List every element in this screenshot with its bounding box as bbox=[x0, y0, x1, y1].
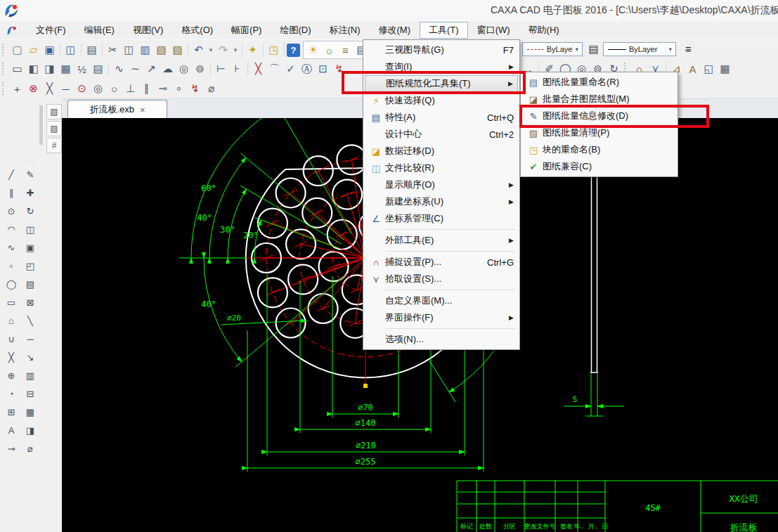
bom-icon[interactable]: ▤ bbox=[90, 61, 106, 77]
hatch-fill-icon[interactable]: ▧ bbox=[46, 121, 62, 136]
point-tool-icon[interactable]: + bbox=[9, 81, 25, 97]
menu-item-图纸批量重命名(R)[interactable]: ▤图纸批量重命名(R) bbox=[522, 74, 676, 91]
menubar-item-0[interactable]: 文件(F) bbox=[27, 22, 75, 39]
undo-dropdown-icon[interactable]: ▾ bbox=[207, 42, 215, 58]
copy-icon[interactable]: ◫ bbox=[121, 42, 137, 58]
leader-tool-icon[interactable]: ⊸ bbox=[4, 441, 19, 456]
rotate-tool-icon[interactable]: ↻ bbox=[23, 204, 38, 219]
trim-tool-icon[interactable]: ⊠ bbox=[23, 295, 38, 310]
menubar-item-2[interactable]: 视图(V) bbox=[124, 22, 172, 39]
chamfer-tool-icon[interactable]: ╲ bbox=[23, 313, 38, 328]
lightning-icon[interactable]: ↯ bbox=[187, 81, 203, 97]
menu-item-数据迁移(D)[interactable]: ◪数据迁移(D) bbox=[365, 143, 518, 160]
parallel-tool-icon[interactable]: ∥ bbox=[4, 186, 19, 200]
hatch-tool-icon[interactable]: ⊞ bbox=[4, 405, 19, 420]
menu-item-特性(A)[interactable]: ▤特性(A)Ctrl+Q bbox=[365, 109, 518, 126]
leader-icon[interactable]: ↗ bbox=[143, 61, 160, 77]
arc-tool-icon[interactable]: ◠ bbox=[4, 222, 19, 237]
coord-dim-icon[interactable]: ⊦ bbox=[229, 61, 245, 77]
menu-item-块的重命名(B)[interactable]: ◳块的重命名(B) bbox=[522, 141, 676, 158]
toolbar-grip[interactable] bbox=[39, 105, 43, 145]
menu-item-文件比较(R)[interactable]: ◫文件比较(R) bbox=[365, 160, 518, 176]
scale-tool-icon[interactable]: ▤ bbox=[23, 277, 38, 292]
linear-dim-icon[interactable]: ⊢ bbox=[213, 61, 229, 77]
menu-item-拾取设置(S)...[interactable]: ⋎拾取设置(S)... bbox=[365, 271, 518, 287]
hole-tool-icon[interactable]: ⊕ bbox=[4, 368, 19, 383]
stretch-tool-icon[interactable]: ↘ bbox=[23, 350, 38, 365]
undo-icon[interactable]: ↶ bbox=[190, 42, 207, 58]
edit-leader-icon[interactable]: ◱ bbox=[701, 61, 717, 77]
line-tool-icon[interactable]: ╱ bbox=[4, 167, 19, 182]
edit-text-icon[interactable]: A bbox=[685, 61, 701, 77]
help-icon[interactable]: ? bbox=[287, 44, 300, 57]
circle-icon[interactable]: ○ bbox=[106, 81, 122, 97]
menubar-item-3[interactable]: 格式(O) bbox=[172, 22, 222, 39]
open-file-icon[interactable]: ▱ bbox=[25, 42, 41, 58]
parts-list-icon[interactable]: ◨ bbox=[41, 61, 58, 77]
tab-document[interactable]: 折流板.exb × bbox=[67, 100, 167, 119]
gear-tool-icon[interactable]: ⊗ bbox=[25, 81, 41, 97]
menu-item-捕捉设置(P)...[interactable]: ∩捕捉设置(P)...Ctrl+G bbox=[365, 254, 518, 271]
point-tool-icon[interactable]: ▫ bbox=[4, 259, 19, 273]
menu-item-快速选择(Q)[interactable]: ⚡快速选择(Q) bbox=[365, 92, 518, 109]
menubar-item-9[interactable]: 窗口(W) bbox=[468, 22, 519, 39]
cleanup-icon[interactable]: ✦ bbox=[245, 42, 261, 58]
print-icon[interactable]: ▤ bbox=[84, 42, 100, 58]
move-tool-icon[interactable]: ✚ bbox=[23, 186, 38, 200]
menubar-item-5[interactable]: 绘图(D) bbox=[271, 22, 320, 39]
delete-tool-icon[interactable]: ╳ bbox=[41, 81, 58, 97]
detail-view-icon[interactable]: ⊚ bbox=[192, 61, 208, 77]
toolbar-grip[interactable] bbox=[2, 44, 6, 56]
paste-icon[interactable]: ▧ bbox=[153, 42, 169, 58]
drawing-frame-icon[interactable]: ▭ bbox=[9, 61, 25, 77]
render-icon[interactable]: ☼ bbox=[321, 42, 337, 58]
new-file-icon[interactable]: ▢ bbox=[9, 42, 25, 58]
insert-object-icon[interactable]: ◳ bbox=[266, 42, 282, 58]
toolbar-grip[interactable] bbox=[2, 82, 6, 95]
pie-tool-icon[interactable]: ◔ bbox=[4, 387, 19, 401]
menu-item-显示顺序(O)[interactable]: 显示顺序(O)▶ bbox=[365, 176, 518, 193]
title-block-edit-icon[interactable]: ▨ bbox=[46, 104, 62, 119]
arc3p-tool-icon[interactable]: ∪ bbox=[4, 332, 19, 346]
menu-item-新建坐标系(U)[interactable]: 新建坐标系(U)▶ bbox=[365, 193, 518, 210]
center-circle-icon[interactable]: ⊙ bbox=[74, 81, 90, 97]
menubar-item-8[interactable]: 工具(T) bbox=[420, 22, 468, 39]
linetype-combo[interactable]: ByLayer ▾ bbox=[603, 42, 676, 56]
table-icon[interactable]: ▦ bbox=[58, 61, 74, 77]
linetype-manager-icon[interactable]: ▤ bbox=[585, 41, 602, 57]
grid-icon[interactable]: # bbox=[46, 138, 62, 153]
layers-icon[interactable]: ≡ bbox=[337, 42, 354, 58]
cloud-icon[interactable]: ☁ bbox=[160, 61, 176, 77]
redo-dropdown-icon[interactable]: ▾ bbox=[231, 42, 240, 58]
rectangle-tool-icon[interactable]: ▭ bbox=[4, 295, 19, 310]
save-icon[interactable]: ▣ bbox=[41, 42, 58, 58]
copy-basepoint-icon[interactable]: ▥ bbox=[137, 42, 153, 58]
parallel-icon[interactable]: ∥ bbox=[138, 81, 155, 97]
menu-item-三视图导航(G)[interactable]: 三视图导航(G)F7 bbox=[365, 41, 518, 58]
table-tool-icon[interactable]: ▦ bbox=[23, 405, 38, 420]
spline-tool-icon[interactable]: ∿ bbox=[4, 240, 19, 255]
extend-tool-icon[interactable]: ─ bbox=[23, 332, 38, 346]
text-tool-icon[interactable]: A bbox=[4, 423, 19, 438]
circle-tool-icon[interactable]: ⊙ bbox=[4, 204, 19, 219]
dim-tool-icon[interactable]: ◨ bbox=[23, 423, 38, 438]
redo-icon[interactable]: ↷ bbox=[215, 42, 231, 58]
menu-item-选项(N)...[interactable]: 选项(N)... bbox=[365, 331, 518, 348]
menubar-item-7[interactable]: 修改(M) bbox=[370, 22, 420, 39]
tab-close-icon[interactable]: × bbox=[140, 105, 145, 115]
perpendicular-icon[interactable]: ⊥ bbox=[122, 81, 138, 97]
menubar-item-4[interactable]: 幅面(P) bbox=[222, 22, 271, 39]
concentric-icon[interactable]: ◎ bbox=[90, 81, 106, 97]
revision-cloud-icon[interactable]: ∿ bbox=[111, 61, 127, 77]
diameter-dim-icon[interactable]: ⌀ bbox=[23, 441, 38, 456]
tangent-icon[interactable]: ⊸ bbox=[155, 81, 171, 97]
toolbar-grip[interactable] bbox=[2, 63, 6, 75]
serial-number-icon[interactable]: ½ bbox=[74, 61, 90, 77]
menu-item-图纸兼容(C)[interactable]: ✔图纸兼容(C) bbox=[522, 158, 676, 175]
menubar-item-10[interactable]: 帮助(H) bbox=[519, 22, 569, 39]
line-tool-icon[interactable]: ─ bbox=[58, 81, 74, 97]
block-tool-icon[interactable]: ▥ bbox=[23, 368, 38, 383]
combo-caret-icon[interactable]: ▾ bbox=[572, 46, 581, 53]
save-all-icon[interactable]: ◫ bbox=[63, 42, 79, 58]
ellipse-tool-icon[interactable]: ◯ bbox=[4, 277, 19, 292]
